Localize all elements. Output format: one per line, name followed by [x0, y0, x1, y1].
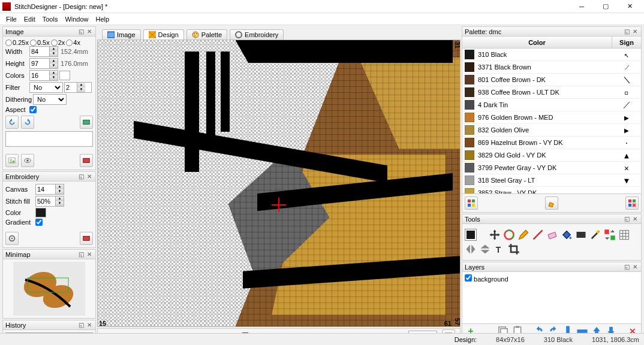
- undock-icon[interactable]: ◱: [623, 264, 630, 271]
- close-icon[interactable]: ✕: [631, 264, 639, 271]
- undock-icon[interactable]: ◱: [77, 322, 85, 329]
- apply-button[interactable]: [80, 116, 93, 129]
- menu-edit[interactable]: Edit: [20, 16, 39, 23]
- svg-point-2: [10, 159, 12, 161]
- tool-swatch[interactable]: [465, 229, 477, 241]
- palette-row[interactable]: 318 Steel Gray - LT▼: [462, 174, 641, 187]
- tool-color-ring[interactable]: [503, 229, 515, 241]
- zoom-025x[interactable]: 0.25x: [5, 39, 29, 46]
- tool-pencil[interactable]: [517, 229, 529, 241]
- panel-palette-title: Palette: dmc: [465, 28, 501, 35]
- export-embroidery-button[interactable]: [80, 232, 93, 245]
- tool-line[interactable]: [532, 229, 544, 241]
- color-label: Color: [5, 209, 34, 216]
- tab-palette[interactable]: Palette: [186, 29, 227, 40]
- height-mm: 176.0mm: [61, 60, 88, 67]
- palette-row[interactable]: 3799 Pewter Gray - VY DK✕: [462, 162, 641, 174]
- palette-row[interactable]: 3829 Old Gold - VY DK▲: [462, 149, 641, 162]
- tool-move[interactable]: [489, 229, 501, 241]
- palette-edit-button[interactable]: [545, 196, 558, 210]
- tool-magic[interactable]: [589, 229, 601, 241]
- rotate-right-button[interactable]: [21, 116, 34, 129]
- minimap-canvas[interactable]: [13, 262, 85, 316]
- image-notes[interactable]: [5, 131, 93, 147]
- palette-sign: ▫: [615, 88, 639, 97]
- image-icon: [107, 31, 115, 38]
- menu-tools[interactable]: Tools: [39, 16, 62, 23]
- palette-name: 318 Steel Gray - LT: [478, 177, 615, 184]
- colors-spinner[interactable]: ▲▼: [29, 70, 58, 81]
- zoom-4x[interactable]: 4x: [66, 39, 80, 46]
- tool-text[interactable]: T: [493, 243, 505, 255]
- rotate-left-button[interactable]: [5, 116, 19, 129]
- panel-minimap-title: Minimap: [5, 251, 31, 258]
- height-spinner[interactable]: ▲▼: [29, 58, 58, 69]
- close-icon[interactable]: ✕: [86, 173, 93, 180]
- layer-item[interactable]: background: [465, 276, 508, 283]
- palette-row[interactable]: 869 Hazelnut Brown - VY DK·: [462, 137, 641, 149]
- close-icon[interactable]: ✕: [86, 28, 93, 35]
- dithering-select[interactable]: No: [33, 94, 67, 105]
- gradient-checkbox[interactable]: [35, 219, 43, 226]
- palette-row[interactable]: 801 Coffee Brown - DK＼: [462, 74, 641, 86]
- palette-row[interactable]: 310 Black↖: [462, 49, 641, 61]
- tool-grid[interactable]: [618, 229, 630, 241]
- menu-window[interactable]: Window: [61, 16, 92, 23]
- layers-list[interactable]: background: [462, 272, 641, 323]
- preview-button[interactable]: [21, 154, 34, 167]
- tab-image[interactable]: Image: [102, 29, 141, 40]
- menu-help[interactable]: Help: [92, 16, 113, 23]
- color-swatch[interactable]: [35, 208, 46, 217]
- palette-add-button[interactable]: [465, 196, 478, 210]
- tool-fill[interactable]: [561, 229, 573, 241]
- aspect-checkbox[interactable]: [29, 106, 37, 113]
- close-icon[interactable]: ✕: [86, 322, 93, 329]
- close-icon[interactable]: ✕: [631, 216, 639, 223]
- minimize-button[interactable]: ─: [570, 1, 594, 13]
- tab-embroidery[interactable]: Embroidery: [230, 29, 284, 40]
- tool-eraser[interactable]: [546, 229, 558, 241]
- tool-flip-h[interactable]: [465, 243, 477, 255]
- stitchfill-spinner[interactable]: ▲▼: [35, 196, 64, 207]
- palette-row[interactable]: 3852 Straw - VY DK: [462, 187, 641, 193]
- palette-row[interactable]: 976 Golden Brown - MED▶: [462, 111, 641, 124]
- undock-icon[interactable]: ◱: [77, 28, 85, 35]
- canvas-spinner[interactable]: ▲▼: [35, 184, 64, 195]
- tool-rect[interactable]: [575, 229, 587, 241]
- menu-file[interactable]: File: [2, 16, 20, 23]
- tab-design[interactable]: Design: [143, 29, 184, 40]
- colors-swatch[interactable]: [59, 71, 70, 80]
- gear-button[interactable]: [5, 232, 19, 245]
- layer-visible-checkbox[interactable]: [465, 274, 472, 282]
- palette-row[interactable]: 4 Dark Tin／: [462, 99, 641, 111]
- palette-col-sign[interactable]: Sign: [612, 37, 641, 48]
- palette-col-color[interactable]: Color: [462, 37, 612, 48]
- filter-select[interactable]: No: [29, 82, 63, 93]
- export-image-button[interactable]: [80, 154, 93, 167]
- width-spinner[interactable]: ▲▼: [29, 46, 58, 57]
- undock-icon[interactable]: ◱: [623, 28, 630, 35]
- svg-rect-12: [107, 32, 115, 38]
- maximize-button[interactable]: ▢: [594, 1, 618, 13]
- undock-icon[interactable]: ◱: [77, 251, 85, 258]
- design-canvas[interactable]: 15 31 57 61: [97, 40, 461, 327]
- tool-replace-color[interactable]: [604, 229, 616, 241]
- close-icon[interactable]: ✕: [631, 28, 639, 35]
- undock-icon[interactable]: ◱: [623, 216, 630, 223]
- tool-crop[interactable]: [508, 243, 520, 255]
- undock-icon[interactable]: ◱: [77, 173, 85, 180]
- palette-row[interactable]: 938 Coffee Brown - ULT DK▫: [462, 86, 641, 99]
- palette-row[interactable]: 832 Golden Olive▶: [462, 124, 641, 137]
- close-button[interactable]: ✕: [618, 1, 642, 13]
- palette-delete-button[interactable]: [625, 196, 639, 210]
- zoom-2x[interactable]: 2x: [51, 39, 65, 46]
- close-icon[interactable]: ✕: [86, 251, 93, 258]
- palette-sign: ✕: [615, 164, 639, 172]
- zoom-05x[interactable]: 0.5x: [30, 39, 50, 46]
- svg-point-16: [196, 33, 197, 34]
- palette-row[interactable]: 3371 Black Brown⟋: [462, 61, 641, 74]
- open-image-button[interactable]: [5, 154, 19, 167]
- panel-embroidery-title: Embroidery: [5, 173, 39, 180]
- tool-flip-v[interactable]: [479, 243, 491, 255]
- filter-num-spinner[interactable]: ▲▼: [64, 82, 92, 93]
